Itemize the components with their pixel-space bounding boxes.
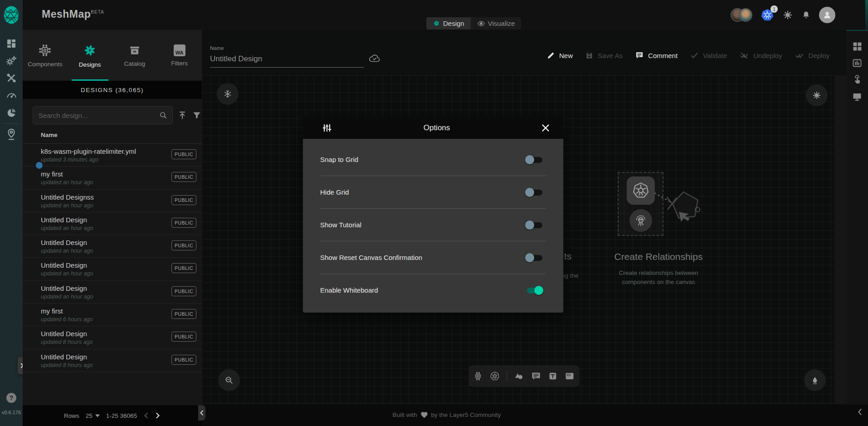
occluded-card-heading-fragment: ts xyxy=(564,251,571,262)
prev-page-button[interactable] xyxy=(143,412,149,419)
canvas-snowflake-button[interactable] xyxy=(217,83,239,105)
design-name: Untitled Design xyxy=(41,216,87,224)
design-row[interactable]: Untitled Designssupdated an hour agoPUBL… xyxy=(23,190,202,212)
dock-components-icon[interactable] xyxy=(473,371,483,381)
footer-collapse-right-chevron[interactable] xyxy=(857,408,863,416)
design-search xyxy=(33,106,173,124)
design-updated: updated an hour ago xyxy=(41,294,93,300)
tab-visualize[interactable]: Visualize xyxy=(471,17,522,29)
grid-view-icon[interactable] xyxy=(852,41,863,52)
touch-interaction-icon[interactable] xyxy=(852,74,863,85)
undeploy-crossed-check-icon xyxy=(739,51,749,60)
tab-designs-label: Designs xyxy=(79,61,101,68)
search-icon[interactable] xyxy=(159,111,168,120)
tab-catalog[interactable]: Catalog xyxy=(112,30,157,81)
performance-gauge-nav-icon[interactable] xyxy=(5,89,17,101)
canvas-dock xyxy=(468,365,580,387)
app-header: MeshMapBETA Design Visualize 1 xyxy=(23,0,868,30)
design-row[interactable]: Untitled Designupdated an hour agoPUBLIC xyxy=(23,281,202,304)
visibility-badge[interactable]: PUBLIC xyxy=(171,263,196,273)
visibility-badge[interactable]: PUBLIC xyxy=(171,195,196,205)
enable-whiteboard-toggle[interactable] xyxy=(525,286,544,295)
design-name-field xyxy=(210,54,364,68)
catalog-drawer-icon xyxy=(128,44,141,57)
snap-to-grid-toggle[interactable] xyxy=(525,155,544,164)
dock-shapes-icon[interactable] xyxy=(513,371,524,382)
design-row[interactable]: k8s-wasm-plugin-ratelimiter.yml updated … xyxy=(23,144,202,166)
dock-kubernetes-icon[interactable] xyxy=(489,371,500,382)
visibility-badge[interactable]: PUBLIC xyxy=(171,309,196,319)
deploy-button[interactable]: Deploy xyxy=(795,51,830,60)
visibility-badge[interactable]: PUBLIC xyxy=(171,172,196,182)
collaborator-avatar-2[interactable] xyxy=(739,8,752,22)
check-icon xyxy=(690,51,699,60)
option-row-show-reset-confirmation: Show Reset Canvas Confirmation xyxy=(320,241,546,274)
tab-designs[interactable]: Designs xyxy=(68,30,112,81)
validate-button[interactable]: Validate xyxy=(690,51,727,60)
user-profile-button[interactable] xyxy=(819,7,835,23)
dock-comment-icon[interactable] xyxy=(531,371,541,382)
tab-catalog-label: Catalog xyxy=(124,60,146,67)
zoom-out-button[interactable] xyxy=(218,369,240,391)
hide-grid-toggle[interactable] xyxy=(525,188,544,197)
tutorial-description: Create relationships between components … xyxy=(604,269,713,287)
configuration-tools-nav-icon[interactable] xyxy=(6,73,17,83)
lifecycle-gears-nav-icon[interactable] xyxy=(5,55,17,67)
design-row[interactable]: Untitled Designupdated an hour agoPUBLIC xyxy=(23,212,202,235)
design-name: Untitled Design xyxy=(41,261,87,269)
close-icon[interactable] xyxy=(541,124,550,132)
design-row[interactable]: my firstupdated 6 hours agoPUBLIC xyxy=(23,304,202,326)
canvas-settings-gear-button[interactable] xyxy=(806,84,828,106)
layer5-logo-icon[interactable] xyxy=(0,0,23,30)
visibility-badge[interactable]: PUBLIC xyxy=(171,240,196,250)
meshmap-pin-nav-icon[interactable] xyxy=(0,128,23,141)
comment-button[interactable]: Comment xyxy=(635,51,678,60)
tab-design[interactable]: Design xyxy=(426,17,471,29)
filter-funnel-icon[interactable] xyxy=(192,110,202,120)
design-row[interactable]: Untitled Designupdated an hour agoPUBLIC xyxy=(23,235,202,258)
save-as-button[interactable]: Save As xyxy=(585,51,623,60)
import-design-icon[interactable] xyxy=(177,110,187,120)
visibility-badge[interactable]: PUBLIC xyxy=(171,286,196,296)
design-name-input[interactable] xyxy=(210,54,364,68)
extensions-pie-nav-icon[interactable] xyxy=(5,107,17,119)
visibility-badge[interactable]: PUBLIC xyxy=(171,149,196,159)
help-button[interactable]: ? xyxy=(6,393,16,403)
settings-gear-button[interactable] xyxy=(782,10,793,20)
designs-panel: Components Designs Catalog WA Filters DE… xyxy=(23,30,202,426)
canvas-right-gutter xyxy=(834,75,846,404)
kubernetes-context-button[interactable]: 1 xyxy=(761,8,774,22)
notifications-bell-button[interactable] xyxy=(801,10,811,20)
dock-divider xyxy=(507,370,507,382)
display-monitor-icon[interactable] xyxy=(852,91,863,102)
undeploy-button[interactable]: Undeploy xyxy=(739,51,782,60)
next-page-button[interactable] xyxy=(155,412,161,419)
show-reset-canvas-confirmation-toggle[interactable] xyxy=(525,253,544,262)
option-row-enable-whiteboard: Enable Whiteboard xyxy=(320,274,546,306)
search-input[interactable] xyxy=(38,111,159,120)
visibility-badge[interactable]: PUBLIC xyxy=(171,218,196,228)
metrics-chart-icon[interactable] xyxy=(852,58,863,69)
design-row[interactable]: my firstupdated an hour agoPUBLIC xyxy=(23,166,202,189)
show-tutorial-toggle[interactable] xyxy=(525,220,544,230)
new-design-button[interactable]: New xyxy=(546,51,573,60)
dock-media-icon[interactable] xyxy=(564,371,575,382)
tab-filters[interactable]: WA Filters xyxy=(157,30,202,81)
chevron-down-icon xyxy=(95,414,100,417)
design-updated: updated 8 hours ago xyxy=(41,339,93,345)
design-row[interactable]: Untitled Designupdated 8 hours agoPUBLIC xyxy=(23,326,202,349)
design-row[interactable]: Untitled Designupdated an hour agoPUBLIC xyxy=(23,258,202,280)
dashboard-nav-icon[interactable] xyxy=(6,38,17,49)
option-row-snap-to-grid: Snap to Grid xyxy=(320,143,546,176)
options-modal: Options Snap to Grid Hide Grid Show Tuto… xyxy=(303,117,563,313)
components-chip-icon xyxy=(38,44,52,57)
visibility-badge[interactable]: PUBLIC xyxy=(171,332,196,342)
visibility-badge[interactable]: PUBLIC xyxy=(171,355,196,365)
footer-collapse-left-chevron[interactable] xyxy=(198,405,205,421)
tab-components[interactable]: Components xyxy=(23,30,68,81)
canvas-droplet-button[interactable] xyxy=(804,369,826,391)
page-size-select[interactable]: 25 xyxy=(86,412,100,419)
design-row[interactable]: Untitled Designupdated 8 hours agoPUBLIC xyxy=(23,349,202,372)
version-label: v0.6.176 xyxy=(0,410,23,415)
dock-text-tool-icon[interactable] xyxy=(548,371,558,381)
